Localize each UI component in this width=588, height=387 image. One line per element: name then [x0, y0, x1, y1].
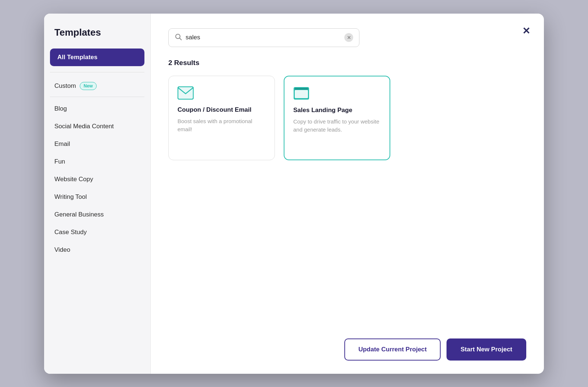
card-desc-landing: Copy to drive traffic to your website an…	[293, 118, 381, 134]
svg-point-0	[176, 34, 180, 39]
card-desc-coupon: Boost sales with a promotional email!	[178, 117, 266, 134]
sidebar-item-writing-tool[interactable]: Writing Tool	[44, 188, 150, 206]
close-button[interactable]: ✕	[519, 24, 534, 39]
footer-actions: Update Current Project Start New Project	[344, 338, 526, 361]
sidebar-divider2	[50, 97, 144, 97]
svg-rect-4	[295, 90, 308, 98]
cards-grid: Coupon / Discount Email Boost sales with…	[168, 76, 526, 160]
sidebar-item-email[interactable]: Email	[44, 135, 150, 153]
search-input[interactable]	[186, 34, 341, 41]
sidebar-divider	[50, 72, 144, 72]
sidebar-item-case-study[interactable]: Case Study	[44, 223, 150, 241]
main-content: ✕ ✕ 2 Results Coupon /	[151, 14, 544, 374]
svg-line-1	[180, 38, 182, 40]
templates-modal: Templates All Templates Custom New Blog …	[44, 14, 544, 374]
new-badge: New	[80, 82, 97, 90]
search-icon	[175, 33, 182, 42]
sidebar-item-custom[interactable]: Custom New	[44, 77, 150, 95]
template-card-sales-landing[interactable]: Sales Landing Page Copy to drive traffic…	[284, 76, 390, 160]
sidebar-item-all-templates[interactable]: All Templates	[50, 49, 144, 66]
card-title-landing: Sales Landing Page	[293, 107, 381, 114]
results-heading: 2 Results	[168, 59, 526, 67]
template-card-coupon-email[interactable]: Coupon / Discount Email Boost sales with…	[168, 76, 275, 160]
sidebar-item-social-media[interactable]: Social Media Content	[44, 118, 150, 135]
email-icon	[178, 86, 194, 101]
svg-rect-5	[295, 88, 308, 90]
sidebar-item-video[interactable]: Video	[44, 241, 150, 259]
search-clear-button[interactable]: ✕	[344, 33, 353, 42]
search-bar: ✕	[168, 28, 359, 47]
start-new-project-button[interactable]: Start New Project	[447, 338, 526, 361]
sidebar-item-blog[interactable]: Blog	[44, 100, 150, 118]
update-current-project-button[interactable]: Update Current Project	[344, 338, 441, 361]
sidebar-item-general-business[interactable]: General Business	[44, 206, 150, 223]
card-title-coupon: Coupon / Discount Email	[178, 106, 266, 114]
sidebar: Templates All Templates Custom New Blog …	[44, 14, 151, 374]
sidebar-title: Templates	[44, 27, 150, 49]
sidebar-item-website-copy[interactable]: Website Copy	[44, 171, 150, 188]
landing-page-icon	[293, 87, 309, 101]
svg-rect-2	[178, 87, 193, 99]
sidebar-item-fun[interactable]: Fun	[44, 153, 150, 171]
